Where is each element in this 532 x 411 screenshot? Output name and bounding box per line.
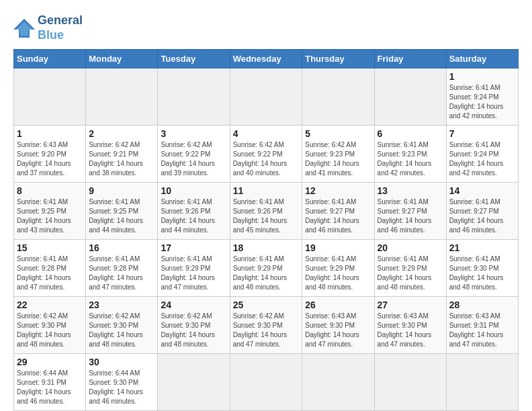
day-number: 13 — [378, 185, 443, 196]
calendar-week-row: 1Sunrise: 6:41 AMSunset: 9:24 PMDaylight… — [14, 68, 519, 126]
day-info: Sunrise: 6:42 AMSunset: 9:30 PMDaylight:… — [233, 312, 300, 349]
calendar-cell: 10Sunrise: 6:41 AMSunset: 9:26 PMDayligh… — [158, 183, 230, 240]
calendar-cell: 15Sunrise: 6:41 AMSunset: 9:28 PMDayligh… — [14, 240, 86, 297]
day-number: 1 — [449, 71, 515, 82]
day-info: Sunrise: 6:42 AMSunset: 9:22 PMDaylight:… — [161, 140, 226, 178]
calendar-cell: 1Sunrise: 6:43 AMSunset: 9:20 PMDaylight… — [14, 126, 86, 183]
day-info: Sunrise: 6:41 AMSunset: 9:29 PMDaylight:… — [305, 255, 371, 292]
day-info: Sunrise: 6:42 AMSunset: 9:30 PMDaylight:… — [89, 312, 154, 349]
calendar-cell: 5Sunrise: 6:42 AMSunset: 9:23 PMDaylight… — [302, 126, 374, 183]
day-number: 1 — [17, 128, 83, 139]
calendar-cell: 19Sunrise: 6:41 AMSunset: 9:29 PMDayligh… — [302, 240, 374, 297]
calendar-week-row: 29Sunrise: 6:44 AMSunset: 9:31 PMDayligh… — [14, 354, 519, 411]
day-info: Sunrise: 6:44 AMSunset: 9:31 PMDaylight:… — [17, 369, 83, 406]
day-number: 14 — [449, 185, 515, 196]
day-number: 16 — [89, 242, 154, 253]
day-number: 22 — [17, 300, 83, 310]
calendar-cell — [374, 354, 446, 411]
calendar-cell: 30Sunrise: 6:44 AMSunset: 9:30 PMDayligh… — [86, 354, 158, 411]
day-number: 9 — [89, 185, 154, 196]
weekday-header-cell: Tuesday — [158, 50, 230, 68]
day-info: Sunrise: 6:41 AMSunset: 9:26 PMDaylight:… — [161, 197, 226, 235]
day-number: 28 — [449, 300, 515, 310]
day-info: Sunrise: 6:42 AMSunset: 9:23 PMDaylight:… — [305, 140, 371, 178]
calendar-week-row: 15Sunrise: 6:41 AMSunset: 9:28 PMDayligh… — [14, 240, 519, 297]
calendar-cell: 6Sunrise: 6:41 AMSunset: 9:23 PMDaylight… — [374, 126, 446, 183]
calendar-cell — [302, 354, 374, 411]
calendar-cell — [302, 68, 374, 126]
calendar-cell: 25Sunrise: 6:42 AMSunset: 9:30 PMDayligh… — [230, 297, 302, 354]
day-info: Sunrise: 6:41 AMSunset: 9:27 PMDaylight:… — [305, 197, 371, 235]
calendar-cell — [158, 68, 230, 126]
calendar-cell: 24Sunrise: 6:42 AMSunset: 9:30 PMDayligh… — [158, 297, 230, 354]
day-number: 11 — [233, 185, 300, 196]
calendar-cell: 26Sunrise: 6:43 AMSunset: 9:30 PMDayligh… — [302, 297, 374, 354]
calendar-cell: 23Sunrise: 6:42 AMSunset: 9:30 PMDayligh… — [86, 297, 158, 354]
day-number: 24 — [161, 300, 226, 310]
calendar-cell: 17Sunrise: 6:41 AMSunset: 9:29 PMDayligh… — [158, 240, 230, 297]
calendar-cell: 28Sunrise: 6:43 AMSunset: 9:31 PMDayligh… — [446, 297, 518, 354]
weekday-header-cell: Saturday — [446, 50, 518, 68]
day-info: Sunrise: 6:41 AMSunset: 9:30 PMDaylight:… — [449, 255, 515, 292]
calendar-cell: 8Sunrise: 6:41 AMSunset: 9:25 PMDaylight… — [14, 183, 86, 240]
weekday-header-cell: Thursday — [302, 50, 374, 68]
day-number: 10 — [161, 185, 226, 196]
calendar-week-row: 1Sunrise: 6:43 AMSunset: 9:20 PMDaylight… — [14, 126, 519, 183]
calendar-cell: 16Sunrise: 6:41 AMSunset: 9:28 PMDayligh… — [86, 240, 158, 297]
calendar-cell: 7Sunrise: 6:41 AMSunset: 9:24 PMDaylight… — [446, 126, 518, 183]
calendar-cell: 13Sunrise: 6:41 AMSunset: 9:27 PMDayligh… — [374, 183, 446, 240]
day-info: Sunrise: 6:41 AMSunset: 9:26 PMDaylight:… — [233, 197, 300, 235]
day-info: Sunrise: 6:41 AMSunset: 9:29 PMDaylight:… — [378, 255, 443, 292]
day-info: Sunrise: 6:41 AMSunset: 9:25 PMDaylight:… — [17, 197, 83, 235]
calendar-week-row: 8Sunrise: 6:41 AMSunset: 9:25 PMDaylight… — [14, 183, 519, 240]
day-info: Sunrise: 6:44 AMSunset: 9:30 PMDaylight:… — [89, 369, 154, 406]
day-info: Sunrise: 6:41 AMSunset: 9:27 PMDaylight:… — [449, 197, 515, 235]
calendar-cell — [374, 68, 446, 126]
day-number: 12 — [305, 185, 371, 196]
day-number: 30 — [89, 357, 154, 367]
day-number: 4 — [233, 128, 300, 139]
calendar-cell: 12Sunrise: 6:41 AMSunset: 9:27 PMDayligh… — [302, 183, 374, 240]
calendar-cell — [158, 354, 230, 411]
calendar-cell — [446, 354, 518, 411]
day-number: 5 — [305, 128, 371, 139]
day-info: Sunrise: 6:42 AMSunset: 9:21 PMDaylight:… — [89, 140, 154, 178]
weekday-header-cell: Sunday — [14, 50, 86, 68]
calendar-cell: 22Sunrise: 6:42 AMSunset: 9:30 PMDayligh… — [14, 297, 86, 354]
day-number: 19 — [305, 242, 371, 253]
calendar-cell: 3Sunrise: 6:42 AMSunset: 9:22 PMDaylight… — [158, 126, 230, 183]
weekday-header-cell: Friday — [374, 50, 446, 68]
calendar-cell: 4Sunrise: 6:42 AMSunset: 9:22 PMDaylight… — [230, 126, 302, 183]
day-info: Sunrise: 6:41 AMSunset: 9:25 PMDaylight:… — [89, 197, 154, 235]
calendar-cell: 29Sunrise: 6:44 AMSunset: 9:31 PMDayligh… — [14, 354, 86, 411]
calendar-table: SundayMondayTuesdayWednesdayThursdayFrid… — [13, 49, 519, 411]
day-info: Sunrise: 6:41 AMSunset: 9:28 PMDaylight:… — [17, 255, 83, 292]
day-info: Sunrise: 6:42 AMSunset: 9:30 PMDaylight:… — [161, 312, 226, 349]
calendar-cell: 18Sunrise: 6:41 AMSunset: 9:29 PMDayligh… — [230, 240, 302, 297]
weekday-header-cell: Monday — [86, 50, 158, 68]
weekday-header-row: SundayMondayTuesdayWednesdayThursdayFrid… — [14, 50, 519, 68]
day-info: Sunrise: 6:43 AMSunset: 9:30 PMDaylight:… — [378, 312, 443, 349]
day-number: 15 — [17, 242, 83, 253]
calendar-cell: 14Sunrise: 6:41 AMSunset: 9:27 PMDayligh… — [446, 183, 518, 240]
calendar-cell — [14, 68, 86, 126]
day-number: 29 — [17, 357, 83, 367]
day-info: Sunrise: 6:41 AMSunset: 9:29 PMDaylight:… — [161, 255, 226, 292]
calendar-cell: 21Sunrise: 6:41 AMSunset: 9:30 PMDayligh… — [446, 240, 518, 297]
day-info: Sunrise: 6:43 AMSunset: 9:31 PMDaylight:… — [449, 312, 515, 349]
calendar-cell: 27Sunrise: 6:43 AMSunset: 9:30 PMDayligh… — [374, 297, 446, 354]
svg-marker-1 — [15, 21, 33, 36]
calendar-cell: 2Sunrise: 6:42 AMSunset: 9:21 PMDaylight… — [86, 126, 158, 183]
calendar-week-row: 22Sunrise: 6:42 AMSunset: 9:30 PMDayligh… — [14, 297, 519, 354]
day-number: 21 — [449, 242, 515, 253]
page-header: General Blue — [13, 13, 519, 42]
day-info: Sunrise: 6:41 AMSunset: 9:29 PMDaylight:… — [233, 255, 300, 292]
day-info: Sunrise: 6:41 AMSunset: 9:27 PMDaylight:… — [378, 197, 443, 235]
calendar-cell — [86, 68, 158, 126]
calendar-cell — [230, 68, 302, 126]
day-number: 18 — [233, 242, 300, 253]
logo-icon — [13, 19, 35, 38]
day-info: Sunrise: 6:41 AMSunset: 9:24 PMDaylight:… — [449, 83, 515, 121]
day-number: 17 — [161, 242, 226, 253]
day-number: 25 — [233, 300, 300, 310]
